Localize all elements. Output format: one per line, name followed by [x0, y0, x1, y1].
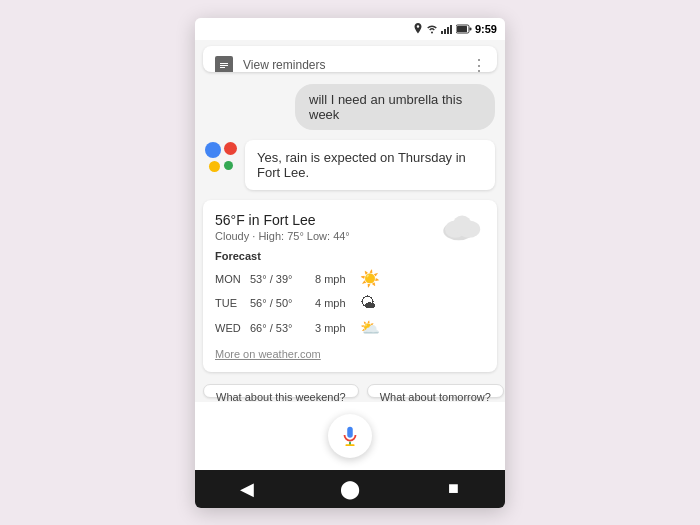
svg-rect-0 [441, 31, 443, 34]
reminders-icon [215, 56, 233, 73]
home-button[interactable]: ⬤ [330, 474, 370, 504]
svg-rect-8 [220, 65, 228, 66]
svg-rect-1 [444, 29, 446, 34]
scroll-area: View reminders ⋮ Send feedback will I ne… [195, 40, 505, 470]
clock: 9:59 [475, 23, 497, 35]
forecast-temp: 66° / 53° [250, 322, 315, 334]
forecast-row: TUE 56° / 50° 4 mph 🌤 [215, 291, 485, 315]
user-bubble: will I need an umbrella this week [295, 84, 495, 130]
svg-rect-3 [450, 25, 452, 34]
weather-card: 56°F in Fort Lee Cloudy · High: 75° Low:… [203, 200, 497, 372]
response-bubble: Yes, rain is expected on Thursday in For… [245, 140, 495, 190]
forecast-wind: 8 mph [315, 273, 360, 285]
forecast-row: WED 66° / 53° 3 mph ⛅ [215, 315, 485, 340]
svg-rect-6 [457, 26, 467, 32]
svg-point-13 [453, 216, 472, 235]
forecast-wind: 3 mph [315, 322, 360, 334]
more-weather-link[interactable]: More on weather.com [215, 348, 485, 360]
weather-header: 56°F in Fort Lee Cloudy · High: 75° Low:… [215, 212, 485, 242]
mic-button[interactable] [328, 414, 372, 458]
forecast-weather-icon: ☀️ [360, 269, 380, 288]
svg-rect-9 [220, 67, 225, 68]
forecast-weather-icon: ⛅ [360, 318, 380, 337]
g-red-dot [224, 142, 237, 155]
forecast-row: MON 53° / 39° 8 mph ☀️ [215, 266, 485, 291]
forecast-rows: MON 53° / 39° 8 mph ☀️ TUE 56° / 50° 4 m… [215, 266, 485, 340]
suggestion-chip[interactable]: What about this weekend? [203, 384, 359, 398]
user-message-text: will I need an umbrella this week [309, 92, 462, 122]
forecast-temp: 53° / 39° [250, 273, 315, 285]
forecast-day: WED [215, 322, 250, 334]
g-yellow-dot [209, 161, 220, 172]
top-card: View reminders ⋮ Send feedback [203, 46, 497, 73]
status-icons: 9:59 [413, 23, 497, 35]
mic-icon [339, 425, 361, 447]
battery-icon [456, 24, 472, 34]
phone-frame: 9:59 View reminders ⋮ Send feedback [195, 18, 505, 508]
signal-icon [441, 24, 453, 34]
forecast-day: MON [215, 273, 250, 285]
chips-row: What about this weekend?What about tomor… [195, 376, 505, 401]
forecast-weather-icon: 🌤 [360, 294, 376, 312]
wifi-icon [426, 24, 438, 34]
forecast-day: TUE [215, 297, 250, 309]
user-message-wrap: will I need an umbrella this week [195, 76, 505, 134]
more-options-button[interactable]: ⋮ [471, 55, 487, 72]
back-button[interactable]: ◀ [227, 474, 267, 504]
g-green-dot [224, 161, 233, 170]
assistant-response: Yes, rain is expected on Thursday in For… [195, 134, 505, 196]
svg-rect-7 [220, 63, 228, 64]
weather-title: 56°F in Fort Lee [215, 212, 350, 228]
mic-area [195, 402, 505, 470]
svg-rect-5 [469, 27, 471, 30]
svg-rect-2 [447, 27, 449, 34]
google-logo [205, 142, 237, 174]
weather-subtitle: Cloudy · High: 75° Low: 44° [215, 230, 350, 242]
forecast-temp: 56° / 50° [250, 297, 315, 309]
suggestion-chip[interactable]: What about tomorrow? [367, 384, 504, 398]
view-reminders-row: View reminders ⋮ [203, 46, 497, 73]
location-icon [413, 23, 423, 35]
forecast-label: Forecast [215, 250, 485, 262]
recent-button[interactable]: ■ [433, 474, 473, 504]
forecast-wind: 4 mph [315, 297, 360, 309]
cloud-icon [441, 212, 485, 242]
nav-bar: ◀ ⬤ ■ [195, 470, 505, 508]
response-text: Yes, rain is expected on Thursday in For… [257, 150, 466, 180]
weather-info: 56°F in Fort Lee Cloudy · High: 75° Low:… [215, 212, 350, 242]
view-reminders-label: View reminders [243, 58, 325, 72]
g-blue-dot [205, 142, 221, 158]
status-bar: 9:59 [195, 18, 505, 40]
